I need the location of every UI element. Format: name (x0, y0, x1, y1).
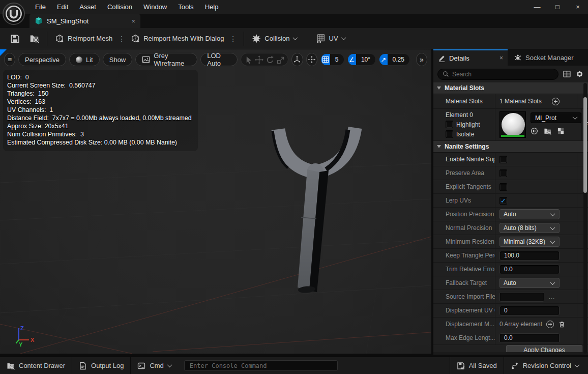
surface-snapping-button[interactable] (306, 53, 317, 66)
trim-relative-error-input[interactable]: 0.0 (499, 265, 560, 274)
view-mode-button[interactable]: Grey Wireframe (135, 53, 197, 66)
all-saved-button[interactable]: All Saved (450, 357, 504, 374)
add-material-slot-button[interactable] (552, 98, 560, 105)
isolate-checkbox[interactable] (446, 130, 453, 138)
browse-to-asset-icon[interactable] (544, 127, 551, 135)
menu-help[interactable]: Help (199, 0, 224, 14)
collision-dropdown-button[interactable]: Collision (249, 31, 300, 46)
move-tool-icon[interactable] (255, 55, 263, 64)
content-drawer-button[interactable]: Content Drawer (0, 357, 72, 374)
menu-window[interactable]: Window (138, 0, 172, 14)
lit-mode-button[interactable]: Lit (69, 53, 100, 66)
trash-icon[interactable] (558, 321, 566, 328)
minimum-residency-dropdown[interactable]: Minimal (32KB) (499, 237, 560, 247)
rotation-snap-control[interactable]: ∠ 10° (347, 53, 376, 66)
rotation-snap-toggle[interactable]: ∠ (348, 54, 356, 65)
preserve-area-checkbox[interactable] (499, 169, 507, 177)
scale-snap-control[interactable]: ↗ 0.25 (379, 53, 410, 66)
maximize-button[interactable]: □ (547, 0, 568, 14)
asset-tab-sm-slingshot[interactable]: SM_SlingShot × (30, 14, 140, 28)
menu-tools[interactable]: Tools (172, 0, 199, 14)
browse-to-asset-button[interactable] (26, 31, 42, 46)
material-thumbnail[interactable] (499, 111, 526, 138)
details-scrollbar-thumb[interactable] (583, 97, 587, 193)
normal-precision-dropdown[interactable]: Auto (8 bits) (499, 223, 560, 233)
minimize-button[interactable]: — (527, 0, 547, 14)
search-input[interactable]: Search (437, 69, 558, 80)
displacement-uv-channel-input[interactable]: 0 (499, 306, 560, 315)
keep-triangle-percent-input[interactable]: 100.0 (499, 251, 560, 261)
property-label: Preserve Area (433, 166, 495, 180)
status-bar: Content Drawer Output Log Cmd Enter Cons… (0, 357, 588, 374)
output-log-button[interactable]: Output Log (72, 357, 130, 374)
use-selected-asset-icon[interactable] (531, 127, 538, 135)
viewport[interactable]: Z X Y ≡ Perspective Lit Show (0, 49, 431, 354)
perspective-button[interactable]: Perspective (18, 53, 66, 66)
grid-snap-control[interactable]: 5 (320, 53, 344, 66)
settings-gear-icon[interactable] (575, 70, 584, 78)
kebab-icon[interactable]: ⋮ (227, 35, 239, 43)
property-row-keep-triangle-percent: Keep Triangle Perc 100.0 (433, 249, 588, 263)
menu-edit[interactable]: Edit (51, 0, 74, 14)
scale-snap-value[interactable]: 0.25 (388, 54, 409, 65)
tab-details[interactable]: Details × (433, 49, 508, 66)
lod-auto-button[interactable]: LOD Auto (200, 53, 238, 66)
fallback-target-dropdown[interactable]: Auto (499, 278, 560, 288)
tab-socket-manager[interactable]: Socket Manager (508, 49, 588, 66)
menu-file[interactable]: File (30, 0, 51, 14)
browse-file-button[interactable]: … (548, 293, 555, 301)
close-button[interactable]: × (568, 0, 588, 14)
material-element-row: Element 0 Highlight Isolate (433, 109, 588, 141)
console-command-input[interactable]: Enter Console Command (184, 360, 338, 371)
checker-icon[interactable] (557, 127, 565, 135)
expand-toolbar-button[interactable]: » (416, 53, 427, 66)
display-filter-icon[interactable] (563, 70, 571, 78)
kebab-icon[interactable]: ⋮ (115, 35, 128, 43)
reimport-icon (55, 34, 64, 43)
stat-distance-field: Distance Field: 7x7x7 = 0.00Mb always lo… (7, 114, 192, 122)
unreal-logo-icon[interactable] (3, 3, 25, 25)
apply-changes-button[interactable]: Apply Changes (506, 345, 582, 352)
main-menus: File Edit Asset Collision Window Tools H… (30, 0, 224, 14)
chevron-down-icon (167, 362, 172, 367)
scale-snap-toggle[interactable]: ↗ (379, 54, 388, 65)
explicit-tangents-checkbox[interactable] (499, 183, 507, 191)
grid-snap-value[interactable]: 5 (330, 54, 344, 65)
lerp-uvs-checkbox[interactable]: ✓ (499, 197, 507, 205)
menu-collision[interactable]: Collision (102, 0, 138, 14)
grid-snap-toggle[interactable] (321, 54, 330, 65)
uv-dropdown-button[interactable]: UV (313, 31, 348, 46)
property-label: Minimum Residen (433, 235, 495, 248)
reimport-mesh-button[interactable]: Reimport Mesh (52, 31, 115, 46)
highlight-checkbox[interactable] (446, 121, 453, 128)
add-array-element-button[interactable] (546, 321, 554, 328)
rotation-snap-value[interactable]: 10° (356, 54, 375, 65)
cmd-dropdown-button[interactable]: Cmd (131, 357, 178, 374)
select-tool-icon[interactable] (244, 55, 253, 64)
nanite-settings-section-header[interactable]: Nanite Settings (433, 141, 588, 153)
revision-control-button[interactable]: Revision Control (504, 357, 588, 374)
reimport-mesh-with-dialog-button[interactable]: Reimport Mesh With Dialog (128, 31, 227, 46)
position-precision-dropdown[interactable]: Auto (499, 209, 560, 219)
property-label: Explicit Tangents (433, 180, 495, 193)
scale-tool-icon[interactable] (276, 55, 285, 64)
toolbar-separator (244, 32, 244, 46)
unreal-editor-window: File Edit Asset Collision Window Tools H… (0, 0, 588, 374)
tab-close-icon[interactable]: × (131, 17, 135, 25)
source-import-file-input[interactable] (499, 292, 544, 302)
coordinate-system-button[interactable] (291, 53, 303, 66)
details-tab-close-icon[interactable]: × (499, 54, 503, 62)
menu-asset[interactable]: Asset (74, 0, 102, 14)
viewport-options-button[interactable]: ≡ (4, 53, 15, 66)
max-edge-length-input[interactable]: 0.0 (499, 333, 560, 343)
property-label: Max Edge Lengt... (433, 331, 495, 344)
nanite-settings-header-label: Nanite Settings (445, 143, 489, 150)
rotate-tool-icon[interactable] (266, 55, 274, 64)
show-button[interactable]: Show (103, 53, 133, 66)
dropdown-value: Auto (8 bits) (504, 224, 537, 232)
details-panel: Details × Socket Manager Search (433, 49, 588, 355)
save-button[interactable] (7, 31, 22, 46)
material-select-dropdown[interactable]: MI_Prot (531, 112, 581, 123)
enable-nanite-checkbox[interactable] (499, 156, 507, 163)
material-slots-section-header[interactable]: Material Slots (433, 82, 588, 94)
